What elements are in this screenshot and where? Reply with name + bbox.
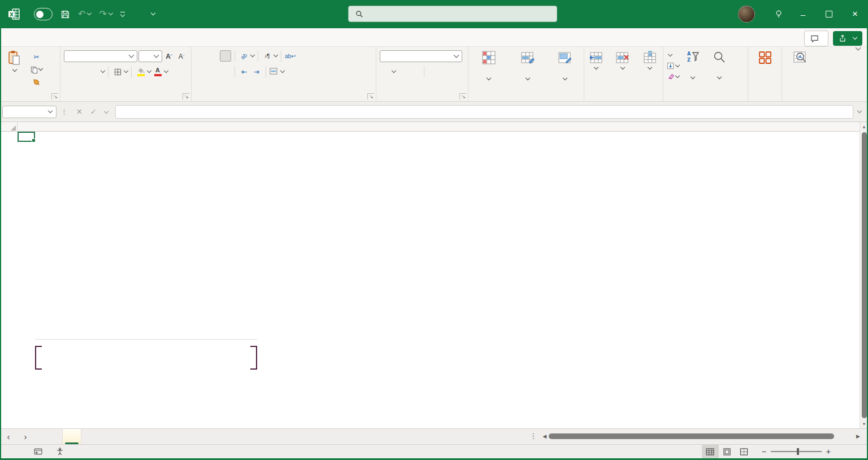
align-center-icon[interactable] — [207, 66, 219, 77]
page-break-view-button[interactable] — [736, 445, 753, 458]
currency-format-icon[interactable] — [380, 66, 391, 77]
autosum-button[interactable] — [667, 50, 679, 60]
redo-button[interactable]: ↷ — [99, 10, 106, 19]
accessibility-status[interactable] — [49, 445, 73, 458]
font-color-icon[interactable]: A — [152, 66, 163, 77]
scroll-right-icon[interactable]: ▶ — [856, 433, 860, 439]
align-top-icon[interactable] — [195, 50, 206, 62]
conditional-formatting-button[interactable] — [470, 50, 507, 90]
save-button[interactable] — [60, 10, 70, 19]
horizontal-scroll-thumb[interactable] — [549, 433, 834, 439]
percent-format-icon[interactable] — [397, 66, 408, 77]
page-layout-view-button[interactable] — [719, 445, 736, 458]
normal-view-button[interactable] — [702, 445, 719, 458]
zoom-out-button[interactable]: − — [762, 447, 766, 456]
scroll-left-icon[interactable]: ◀ — [542, 433, 546, 439]
fill-color-icon[interactable] — [135, 66, 146, 77]
increase-decimal-icon[interactable] — [428, 66, 439, 77]
horizontal-scrollbar[interactable]: ⋮ ◀ ▶ — [530, 432, 860, 440]
decrease-indent-icon[interactable]: ⇤ — [238, 66, 250, 77]
font-family-select[interactable] — [64, 50, 137, 62]
autosave-toggle[interactable] — [34, 8, 53, 20]
prev-sheet-icon[interactable]: ‹ — [0, 432, 17, 441]
calculate-status[interactable] — [14, 445, 27, 458]
underline-button[interactable] — [89, 66, 100, 77]
increase-font-icon[interactable]: Aˆ — [163, 51, 175, 62]
select-all-corner[interactable] — [0, 122, 18, 132]
close-button[interactable]: × — [842, 0, 868, 28]
vertical-scroll-thumb[interactable] — [862, 132, 867, 418]
formula-input[interactable] — [115, 105, 853, 119]
orientation-icon[interactable]: ab — [238, 50, 250, 62]
next-sheet-icon[interactable]: › — [17, 432, 34, 441]
font-dialog-launcher-icon[interactable]: ↘ — [183, 93, 189, 99]
comments-button[interactable] — [804, 31, 828, 46]
format-painter-icon[interactable] — [29, 76, 44, 88]
formula-bar-splitter[interactable]: ⋮ — [60, 107, 68, 116]
number-format-select[interactable] — [380, 50, 462, 62]
title-dropdown-chevron-icon[interactable] — [151, 11, 155, 15]
clear-button[interactable] — [667, 71, 679, 82]
bold-button[interactable] — [64, 66, 75, 77]
account-avatar[interactable] — [738, 6, 755, 23]
tab-splitter-icon[interactable]: ⋮ — [530, 432, 537, 440]
currency-chevron-icon[interactable] — [392, 68, 396, 73]
font-color-chevron-icon[interactable] — [164, 68, 168, 73]
insert-function-button[interactable] — [101, 107, 112, 116]
find-select-button[interactable] — [706, 50, 732, 90]
format-as-table-button[interactable] — [510, 50, 546, 90]
zoom-slider[interactable] — [771, 451, 822, 452]
text-direction-chevron-icon[interactable] — [274, 53, 278, 57]
feedback-lightbulb-icon[interactable] — [767, 0, 790, 28]
expand-formula-bar-icon[interactable] — [857, 108, 862, 112]
align-left-icon[interactable] — [195, 66, 206, 77]
copy-icon[interactable] — [29, 64, 44, 75]
funnel-chart[interactable] — [311, 144, 684, 381]
wrap-text-button[interactable]: ab↩ — [285, 51, 298, 62]
font-size-select[interactable] — [138, 50, 162, 62]
active-cell-a1[interactable] — [18, 132, 35, 142]
name-box[interactable] — [2, 106, 57, 118]
minimize-button[interactable]: – — [790, 0, 816, 28]
format-cells-button[interactable] — [637, 50, 663, 90]
cell-styles-button[interactable] — [548, 50, 582, 90]
sort-filter-button[interactable]: AZ — [680, 50, 705, 90]
delete-cells-button[interactable] — [610, 50, 635, 90]
maximize-button[interactable] — [816, 0, 842, 28]
addins-button[interactable] — [749, 50, 781, 90]
zoom-slider-thumb[interactable] — [797, 448, 799, 455]
alignment-dialog-launcher-icon[interactable]: ↘ — [367, 93, 374, 99]
clipboard-dialog-launcher-icon[interactable]: ↘ — [51, 93, 58, 99]
zoom-in-button[interactable]: + — [826, 447, 831, 456]
comma-format-icon[interactable] — [409, 66, 420, 77]
text-direction-icon[interactable]: ›¶ — [262, 50, 273, 62]
undo-menu-chevron-icon[interactable] — [87, 11, 92, 15]
fill-color-chevron-icon[interactable] — [147, 68, 151, 73]
orientation-chevron-icon[interactable] — [250, 53, 255, 57]
sheet-tab-active[interactable] — [62, 429, 81, 444]
confirm-entry-icon[interactable]: ✓ — [86, 107, 101, 116]
cancel-entry-icon[interactable]: ✕ — [72, 107, 86, 116]
increase-indent-icon[interactable]: ⇥ — [251, 66, 262, 77]
share-button[interactable] — [833, 31, 862, 46]
decrease-font-icon[interactable]: Aˇ — [176, 51, 187, 62]
number-dialog-launcher-icon[interactable]: ↘ — [459, 93, 466, 99]
search-input[interactable] — [348, 6, 557, 22]
align-middle-icon[interactable] — [207, 50, 219, 62]
borders-icon[interactable] — [112, 66, 123, 77]
insert-cells-button[interactable] — [584, 50, 608, 90]
decrease-decimal-icon[interactable] — [440, 66, 452, 77]
cut-icon[interactable]: ✂ — [29, 51, 44, 63]
customize-qat-button[interactable] — [120, 12, 125, 16]
document-title-area[interactable] — [140, 12, 155, 16]
italic-button[interactable] — [76, 66, 88, 77]
borders-chevron-icon[interactable] — [124, 68, 128, 73]
align-right-icon[interactable] — [220, 66, 231, 77]
merge-center-button[interactable] — [270, 67, 284, 77]
paste-button[interactable] — [0, 49, 29, 90]
analyze-data-button[interactable] — [783, 50, 817, 90]
redo-menu-chevron-icon[interactable] — [108, 11, 113, 15]
fill-button[interactable] — [667, 60, 679, 71]
undo-button[interactable]: ↶ — [78, 10, 85, 19]
macro-record-icon[interactable] — [27, 445, 49, 458]
